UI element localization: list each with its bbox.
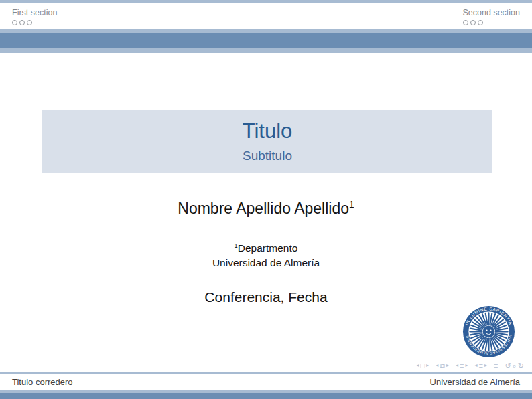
header-steel-bar — [0, 33, 532, 48]
nav-presentation-icon[interactable]: ≡ — [494, 361, 498, 370]
institute-block: 1Departmento Universidad de Almería — [0, 241, 532, 270]
institute-department-line: 1Departmento — [0, 241, 532, 256]
nav-prev-slide-icon[interactable]: ◂ — [416, 361, 419, 370]
mini-frame-dot[interactable] — [478, 20, 483, 25]
institute-university: Universidad de Almería — [0, 256, 532, 270]
section-label: Second section — [463, 8, 520, 18]
institute-department: Departmento — [238, 242, 298, 254]
section-nav-first[interactable]: First section — [12, 8, 57, 25]
nav-subsection-icon[interactable]: ≡ — [460, 361, 464, 370]
mini-frame-dot[interactable] — [19, 20, 25, 25]
nav-forward-icon[interactable]: ↻ — [518, 361, 524, 370]
nav-section-group: ◂ ≡ ▸ — [475, 361, 487, 370]
footer-light-bar-top — [0, 372, 532, 374]
seal-sun-face — [483, 326, 495, 338]
slide-subtitle: Subtitulo — [42, 148, 492, 163]
author-name: Nombre Apellido Apellido — [178, 200, 349, 217]
top-accent-bar — [0, 0, 532, 3]
mini-frame-dot[interactable] — [470, 20, 476, 25]
nav-next-slide-icon[interactable]: ▸ — [426, 361, 429, 370]
section-label: First section — [12, 8, 57, 18]
nav-section-icon[interactable]: ≡ — [479, 361, 483, 370]
nav-prev-subsection-icon[interactable]: ◂ — [456, 361, 458, 370]
nav-prev-frame-icon[interactable]: ◂ — [436, 361, 438, 370]
mini-frame-dot[interactable] — [27, 20, 32, 25]
footer-short-title: Titulo corredero — [12, 376, 73, 388]
conference-date-line: Conferencia, Fecha — [0, 289, 532, 305]
nav-next-frame-icon[interactable]: ▸ — [446, 361, 449, 370]
nav-search-icon[interactable]: ⌕ — [513, 361, 517, 370]
beamer-title-slide: First section Second section Titulo Subt… — [0, 0, 532, 399]
mini-frame-dots — [12, 20, 57, 25]
author-footnote-mark: 1 — [349, 200, 354, 210]
nav-slide-icon[interactable]: □ — [421, 361, 425, 370]
footer-steel-bar — [0, 393, 532, 399]
nav-presentation-group: ≡ — [494, 361, 498, 370]
beamer-navigation-bar: ◂ □ ▸ ◂ ⧉ ▸ ◂ ≡ ▸ ◂ ≡ ▸ ≡ ↺ ⌕ ↻ — [416, 361, 524, 370]
author-line: Nombre Apellido Apellido1 — [0, 200, 532, 218]
slide-title: Titulo — [42, 119, 492, 143]
header-light-bar-top — [0, 29, 532, 33]
mini-frame-dot[interactable] — [463, 20, 468, 25]
nav-history-group: ↺ ⌕ ↻ — [505, 361, 524, 370]
nav-prev-section-icon[interactable]: ◂ — [475, 361, 478, 370]
nav-next-section-icon[interactable]: ▸ — [484, 361, 487, 370]
nav-back-icon[interactable]: ↺ — [505, 361, 511, 370]
mini-frame-dots — [463, 20, 520, 25]
nav-next-subsection-icon[interactable]: ▸ — [466, 361, 468, 370]
section-nav-second[interactable]: Second section — [463, 8, 520, 25]
nav-subsection-group: ◂ ≡ ▸ — [456, 361, 468, 370]
header-light-bar-bottom — [0, 48, 532, 53]
title-block: Titulo Subtitulo — [42, 110, 492, 173]
nav-frame-icon[interactable]: ⧉ — [440, 361, 445, 370]
university-seal-logo: IN LUMINE SAPIENTIA VNIVERSITAS ALMERIEN… — [462, 305, 515, 358]
nav-slide-group: ◂ □ ▸ — [416, 361, 429, 370]
footer-institution: Universidad de Almería — [430, 376, 520, 388]
nav-frame-group: ◂ ⧉ ▸ — [436, 361, 449, 370]
mini-frame-dot[interactable] — [12, 20, 17, 25]
